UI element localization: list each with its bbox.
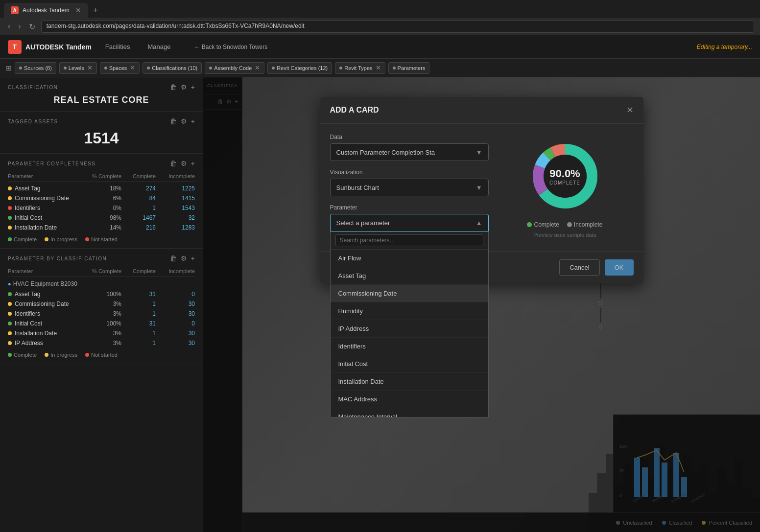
param-incomplete[interactable]: 1283 [156, 224, 195, 231]
ok-button[interactable]: OK [605, 259, 634, 276]
forward-button[interactable]: › [16, 22, 23, 31]
parameter-completeness-section: PARAMETER COMPLETENESS 🗑 ⚙ + Parameter %… [0, 154, 203, 249]
dropdown-item-macaddress[interactable]: MAC Address [331, 391, 488, 408]
dropdown-item-assettag[interactable]: Asset Tag [331, 267, 488, 285]
data-label: Data [330, 134, 489, 140]
delete-icon-2[interactable]: 🗑 [170, 117, 177, 125]
add-icon-2[interactable]: + [191, 117, 195, 125]
nav-facilities[interactable]: Facilities [101, 41, 134, 52]
add-icon-3[interactable]: + [191, 160, 195, 167]
chip-levels[interactable]: Levels ✕ [59, 62, 97, 74]
dropdown-item-installdate[interactable]: Installation Date [331, 373, 488, 391]
param-complete[interactable]: 216 [121, 224, 156, 231]
delete-icon-4[interactable]: 🗑 [170, 254, 177, 262]
chip-classifications[interactable]: Classifications (10) [142, 62, 202, 74]
url-bar[interactable]: tandem-stg.autodesk.com/pages/data-valid… [41, 20, 754, 33]
logo-icon: T [8, 40, 22, 54]
param-incomplete[interactable]: 0 [156, 320, 195, 327]
nav-manage[interactable]: Manage [143, 41, 174, 52]
legend-not-started-label: Not started [91, 236, 118, 242]
chip-spaces[interactable]: Spaces ✕ [100, 62, 140, 74]
dropdown-item-ipaddress[interactable]: IP Address [331, 320, 488, 338]
param-complete[interactable]: 1 [121, 205, 156, 211]
chip-spaces-label: Spaces [109, 65, 127, 71]
parameter-search-input[interactable] [335, 234, 483, 246]
delete-icon-3[interactable]: 🗑 [170, 160, 177, 167]
donut-label: COMPLETE [549, 180, 580, 185]
param-complete[interactable]: 1 [121, 301, 156, 307]
chip-spaces-close[interactable]: ✕ [130, 64, 135, 71]
param-incomplete[interactable]: 1225 [156, 185, 195, 192]
param-complete[interactable]: 1467 [121, 214, 156, 221]
modal-close-button[interactable]: ✕ [626, 105, 634, 116]
chip-sources-label: Sources (8) [24, 65, 52, 71]
add-card-modal: ADD A CARD ✕ Data Custom Parameter Compl… [320, 97, 643, 283]
back-link[interactable]: ← Back to Snowdon Towers [194, 44, 267, 50]
param-incomplete[interactable]: 1543 [156, 205, 195, 211]
active-tab[interactable]: A Autodesk Tandem ✕ [4, 3, 88, 18]
param-complete[interactable]: 274 [121, 185, 156, 192]
chip-revit-types-close[interactable]: ✕ [376, 64, 381, 71]
settings-icon-4[interactable]: ⚙ [181, 254, 187, 262]
delete-icon[interactable]: 🗑 [170, 83, 177, 91]
chip-revit-categories[interactable]: Revit Categories (12) [267, 62, 332, 74]
dropdown-item-airflow[interactable]: Air Flow [331, 250, 488, 267]
status-dot [8, 292, 12, 296]
chip-revit-cat-label: Revit Categories (12) [277, 65, 328, 71]
param-complete[interactable]: 31 [121, 291, 156, 298]
param-incomplete[interactable]: 30 [156, 340, 195, 347]
settings-icon-3[interactable]: ⚙ [181, 160, 187, 167]
param-complete[interactable]: 1 [121, 310, 156, 317]
chip-sources[interactable]: Sources (8) [15, 62, 56, 74]
settings-icon[interactable]: ⚙ [181, 83, 187, 91]
settings-icon-2[interactable]: ⚙ [181, 117, 187, 125]
param-complete[interactable]: 1 [121, 330, 156, 337]
dropdown-item-humidity[interactable]: Humidity [331, 302, 488, 320]
chip-levels-close[interactable]: ✕ [87, 64, 93, 71]
table-row: Commissioning Date 3% 1 30 [8, 299, 195, 309]
new-tab-button[interactable]: + [90, 5, 101, 16]
dropdown-item-identifiers[interactable]: Identifiers [331, 338, 488, 355]
legend-in-progress-2: In progress [45, 352, 77, 358]
chip-assembly-code[interactable]: Assembly Code ✕ [205, 62, 264, 74]
param-incomplete[interactable]: 30 [156, 330, 195, 337]
chip-parameters[interactable]: Parameters [388, 62, 430, 74]
status-dot [8, 196, 12, 200]
chip-assembly-close[interactable]: ✕ [255, 64, 260, 71]
chip-dot [209, 67, 212, 69]
parameter-dropdown-trigger[interactable]: Select a parameter ▲ [330, 214, 489, 231]
refresh-button[interactable]: ↻ [27, 22, 37, 31]
dropdown-item-initialcost[interactable]: Initial Cost [331, 355, 488, 373]
tagged-assets-count: 1514 [8, 129, 195, 147]
param-name: Commissioning Date [15, 301, 87, 307]
param-complete[interactable]: 31 [121, 320, 156, 327]
param-incomplete[interactable]: 32 [156, 214, 195, 221]
back-button[interactable]: ‹ [6, 22, 12, 31]
data-dropdown[interactable]: Custom Parameter Completion Sta ▼ [330, 143, 489, 161]
modal-preview: 90.0% COMPLETE Complete [497, 134, 634, 241]
tagged-assets-label: TAGGED ASSETS [8, 119, 58, 124]
cancel-button[interactable]: Cancel [559, 259, 599, 276]
add-icon-4[interactable]: + [191, 254, 195, 262]
tab-close-button[interactable]: ✕ [75, 6, 81, 14]
param-incomplete[interactable]: 0 [156, 291, 195, 298]
visualization-dropdown[interactable]: Sunburst Chart ▼ [330, 179, 489, 196]
filter-bar: ⊞ Sources (8) Levels ✕ Spaces ✕ Classifi… [0, 59, 760, 77]
legend-row-2: Complete In progress Not started [8, 352, 195, 358]
legend-dot [45, 237, 48, 241]
dropdown-item-maintinterval[interactable]: Maintenance Interval [331, 408, 488, 417]
legend-incomplete-text: Incomplete [574, 221, 603, 228]
dropdown-item-commdate[interactable]: Commissioning Date [331, 285, 488, 302]
chip-dot [393, 67, 396, 69]
col-header-incomplete-2: Incomplete [156, 268, 195, 274]
chip-revit-types[interactable]: Revit Types ✕ [335, 62, 385, 74]
param-incomplete[interactable]: 30 [156, 301, 195, 307]
add-icon[interactable]: + [191, 83, 195, 91]
param-incomplete[interactable]: 30 [156, 310, 195, 317]
param-incomplete[interactable]: 1415 [156, 195, 195, 202]
browser-chrome: A Autodesk Tandem ✕ + ‹ › ↻ tandem-stg.a… [0, 0, 760, 35]
param-complete[interactable]: 84 [121, 195, 156, 202]
status-dot [8, 226, 12, 230]
param-complete[interactable]: 1 [121, 340, 156, 347]
param-pct: 14% [87, 224, 121, 231]
